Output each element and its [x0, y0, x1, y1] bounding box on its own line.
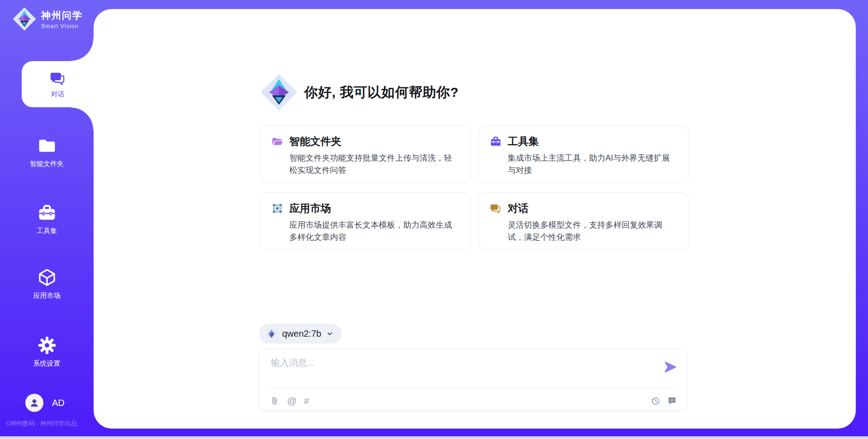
greeting: 你好, 我可以如何帮助你? — [259, 72, 459, 112]
sidebar-item-folders[interactable]: 智能文件夹 — [0, 130, 94, 174]
card-description: 应用市场提供丰富长文本模板，助力高效生成多样化文章内容 — [289, 219, 459, 243]
sidebar: 神州问学 Smart Vision 对话 智能文件夹 — [0, 0, 94, 439]
card-smart-folders[interactable]: 智能文件夹 智能文件夹功能支持批量文件上传与清洗，轻松实现文件问答 — [260, 125, 471, 182]
sidebar-item-label: 工具集 — [37, 227, 57, 235]
brand: 神州问学 Smart Vision — [12, 6, 83, 32]
bottom-strip — [0, 436, 868, 439]
sidebar-item-market[interactable]: 应用市场 — [0, 262, 94, 305]
main-content: 你好, 我可以如何帮助你? 智能文件夹 智能文件夹功能支持批量文件上传与清洗，轻… — [94, 9, 856, 429]
cube-icon — [37, 267, 57, 287]
greeting-title: 你好, 我可以如何帮助你? — [304, 83, 459, 102]
card-toolset[interactable]: 工具集 集成市场上主流工具，助力AI与外界无缝扩展与对接 — [478, 125, 689, 182]
sidebar-item-label: 系统设置 — [33, 359, 61, 368]
sidebar-item-tools[interactable]: 工具集 — [0, 197, 94, 241]
message-input[interactable] — [271, 357, 651, 383]
brand-subtitle: Smart Vision — [41, 23, 83, 29]
message-composer: @ # — [259, 348, 687, 411]
send-icon — [664, 360, 677, 374]
user-initials: AD — [52, 398, 65, 408]
card-chat[interactable]: 对话 灵活切换多模型文件，支持多样回复效果调试，满足个性化需求 — [478, 192, 689, 249]
send-button[interactable] — [663, 360, 678, 375]
avatar — [25, 394, 43, 412]
card-title: 工具集 — [508, 134, 539, 148]
topic-button[interactable]: # — [304, 396, 309, 406]
brand-text: 神州问学 Smart Vision — [41, 9, 83, 29]
sidebar-item-label: 应用市场 — [33, 291, 61, 300]
feedback-bubble-icon — [667, 396, 677, 406]
folder-open-icon — [271, 135, 283, 148]
app-window: 神州问学 Smart Vision 对话 智能文件夹 — [0, 0, 868, 439]
feature-cards: 智能文件夹 智能文件夹功能支持批量文件上传与清洗，轻松实现文件问答 工具 — [260, 125, 689, 249]
brand-diamond-icon — [265, 328, 278, 340]
card-description: 灵活切换多模型文件，支持多样回复效果调试，满足个性化需求 — [508, 219, 678, 243]
card-description: 集成市场上主流工具，助力AI与外界无缝扩展与对接 — [508, 152, 678, 177]
brand-logo-icon — [12, 6, 37, 32]
sidebar-item-settings[interactable]: 系统设置 — [0, 330, 94, 373]
card-description: 智能文件夹功能支持批量文件上传与清洗，轻松实现文件问答 — [289, 152, 459, 177]
toolbox-icon — [490, 135, 502, 148]
gear-icon — [37, 335, 57, 355]
user-profile[interactable]: AD — [25, 394, 65, 412]
brand-name: 神州问学 — [41, 9, 83, 22]
chevron-down-icon — [326, 330, 334, 338]
sidebar-item-label: 对话 — [51, 90, 65, 99]
attach-file-button[interactable] — [270, 396, 280, 406]
folder-icon — [37, 136, 57, 156]
grid-icon — [271, 202, 283, 215]
person-icon — [28, 397, 40, 409]
model-name: qwen2:7b — [282, 329, 321, 339]
history-icon — [651, 396, 660, 406]
paperclip-icon — [270, 396, 280, 406]
card-app-market[interactable]: 应用市场 应用市场提供丰富长文本模板，助力高效生成多样化文章内容 — [260, 192, 471, 249]
card-title: 智能文件夹 — [289, 134, 341, 148]
at-sign-icon: @ — [287, 396, 297, 406]
footer-credit: ©神州数码 · 神州问学出品 — [6, 420, 77, 428]
card-title: 应用市场 — [289, 201, 331, 215]
sidebar-item-chat[interactable]: 对话 — [22, 61, 94, 107]
model-selector[interactable]: qwen2:7b — [259, 324, 342, 344]
hash-icon: # — [304, 396, 309, 406]
chat-icon — [490, 202, 502, 215]
composer-divider — [268, 387, 678, 388]
chat-icon — [49, 70, 66, 87]
greeting-logo-icon — [259, 72, 299, 112]
history-button[interactable] — [651, 396, 660, 406]
mention-button[interactable]: @ — [287, 396, 297, 406]
card-title: 对话 — [508, 201, 528, 215]
composer-toolbar: @ # — [270, 392, 677, 409]
feedback-button[interactable] — [667, 396, 677, 406]
sidebar-item-label: 智能文件夹 — [30, 160, 64, 168]
toolbox-icon — [37, 203, 57, 223]
